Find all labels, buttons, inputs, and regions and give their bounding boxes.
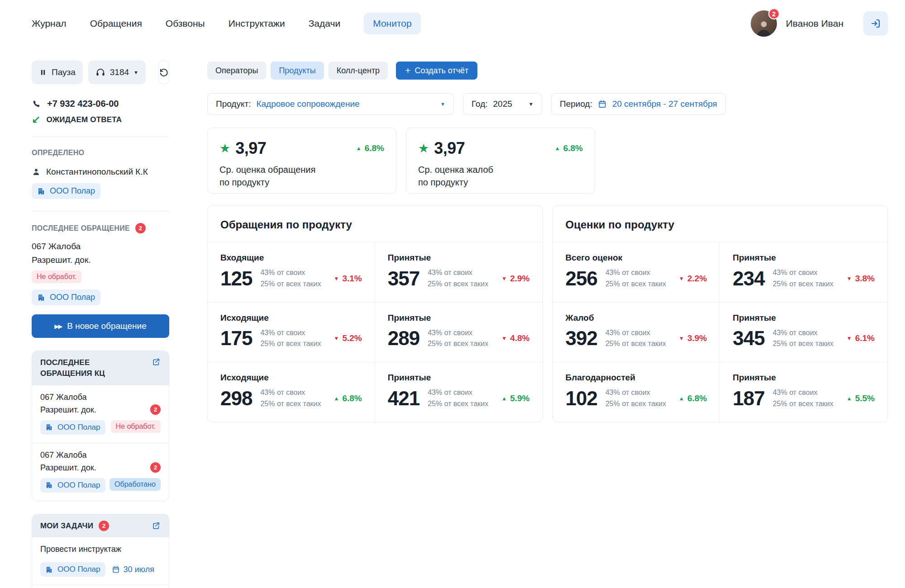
avg-complaint-score-card: ★ 3,97 6.8% Ср. оценка жалоб по продукту <box>406 128 595 194</box>
period-filter-value: 20 сентября - 27 сентября <box>612 99 717 109</box>
metric-trend: 2.9% <box>498 274 529 284</box>
metric-trend: 3.8% <box>843 274 875 284</box>
line-select[interactable]: 3184 ▼ <box>88 61 146 84</box>
building-icon <box>45 423 53 431</box>
building-icon <box>37 294 45 302</box>
nav-item-tasks[interactable]: Задачи <box>309 13 341 34</box>
nav-item-journal[interactable]: Журнал <box>32 13 67 34</box>
metric-accepted: Принятые 345 43% от своих 25% от всех та… <box>720 302 887 362</box>
report-tabs: Операторы Продукты Колл-центр + Создать … <box>207 62 888 80</box>
my-tasks-card: МОИ ЗАДАЧИ 2 Провести инструктаж ООО Пол… <box>32 514 169 588</box>
trend-arrow-icon <box>847 275 852 282</box>
count-badge: 2 <box>99 521 109 531</box>
nav-item-calls[interactable]: Обзвоны <box>166 13 205 34</box>
caret-down-icon: ▼ <box>440 102 445 107</box>
trend-arrow-icon <box>555 145 560 152</box>
kc-request-item[interactable]: 067 Жалоба Разрешит. док. ООО Полар 2 Об… <box>32 443 169 501</box>
company-link[interactable]: ООО Полар <box>40 562 105 577</box>
company-name: ООО Полар <box>57 481 100 490</box>
my-tasks-header: МОИ ЗАДАЧИ 2 <box>32 514 169 538</box>
trend-arrow-icon <box>334 395 339 402</box>
caller-phone-row: +7 932 423-06-00 <box>32 99 169 109</box>
create-report-button[interactable]: + Создать отчёт <box>396 62 477 80</box>
divider <box>32 137 169 137</box>
nav-item-monitor[interactable]: Монитор <box>364 13 420 34</box>
nav-item-briefings[interactable]: Инструктажи <box>229 13 285 34</box>
person-icon <box>32 167 41 176</box>
metric-shares: 43% от своих 25% от всех таких <box>605 387 666 410</box>
history-icon <box>159 67 169 77</box>
task-item[interactable]: Провести инструктаж ООО Полар 30 июля <box>32 585 169 588</box>
user-name[interactable]: Иванов Иван <box>786 18 843 29</box>
metric-value: 187 <box>733 389 764 408</box>
year-filter-value: 2025 <box>493 99 512 109</box>
logout-icon <box>870 18 881 29</box>
tab-operators[interactable]: Операторы <box>207 62 266 80</box>
tab-products[interactable]: Продукты <box>271 62 324 80</box>
kc-requests-title: ПОСЛЕДНЕЕ ОБРАЩЕНИЯ КЦ <box>40 357 105 379</box>
open-my-tasks-button[interactable] <box>152 521 161 530</box>
calendar-icon <box>112 565 120 574</box>
caret-down-icon: ▼ <box>529 102 533 107</box>
plus-icon: + <box>405 66 410 75</box>
period-filter[interactable]: Период: 20 сентября - 27 сентября <box>551 93 726 115</box>
open-kc-requests-button[interactable] <box>152 357 161 366</box>
count-badge: 2 <box>150 462 161 473</box>
company-name: ООО Полар <box>57 423 100 432</box>
pause-button[interactable]: Пауза <box>32 61 83 84</box>
fast-forward-icon: ▶▶ <box>54 323 62 329</box>
metric-value: 102 <box>566 389 597 408</box>
product-filter-label: Продукт: <box>216 99 251 109</box>
period-filter-label: Период: <box>560 99 592 109</box>
product-filter[interactable]: Продукт: Кадровое сопровождение ▼ <box>207 93 454 115</box>
metric-shares: 43% от своих 25% от всех таких <box>605 267 666 290</box>
company-link[interactable]: ООО Полар <box>32 183 100 199</box>
line-number: 3184 <box>110 67 129 77</box>
company-link[interactable]: ООО Полар <box>32 289 100 305</box>
score-label: Ср. оценка жалоб по продукту <box>418 163 583 189</box>
call-history-button[interactable] <box>158 61 169 84</box>
task-due-date[interactable]: 30 июля <box>112 565 154 574</box>
last-request-header: ПОСЛЕДНЕЕ ОБРАЩЕНИЕ 2 <box>32 223 169 233</box>
metric-trend: 5.2% <box>330 333 362 343</box>
monitor-content: Операторы Продукты Колл-центр + Создать … <box>207 47 888 422</box>
tab-call-center[interactable]: Колл-центр <box>329 62 388 80</box>
metric-accepted: Принятые 289 43% от своих 25% от всех та… <box>375 302 543 362</box>
year-filter[interactable]: Год: 2025 ▼ <box>463 93 542 115</box>
status-badge: Не обработ. <box>32 270 81 283</box>
score-cards-row: ★ 3,97 6.8% Ср. оценка обращения по прод… <box>207 128 888 194</box>
user-area: 2 Иванов Иван <box>751 10 888 37</box>
new-request-button[interactable]: ▶▶ В новое обращение <box>32 314 169 338</box>
company-link[interactable]: ООО Полар <box>40 420 105 435</box>
calendar-icon <box>598 100 607 109</box>
metric-trend: 6.8% <box>675 394 707 403</box>
count-badge: 2 <box>135 223 146 233</box>
requests-by-product-card: Обращения по продукту Входящие 125 43% о… <box>207 205 543 422</box>
kc-requests-header: ПОСЛЕДНЕЕ ОБРАЩЕНИЯ КЦ <box>32 351 169 385</box>
task-title: Провести инструктаж <box>40 545 161 554</box>
company-link[interactable]: ООО Полар <box>40 478 105 493</box>
metric-shares: 43% от своих 25% от всех таких <box>428 387 488 410</box>
incoming-call-icon: ↙ <box>32 114 40 125</box>
caller-phone: +7 932 423-06-00 <box>47 99 119 109</box>
status-badge: Обработано <box>110 478 161 491</box>
create-report-label: Создать отчёт <box>414 66 468 76</box>
star-icon: ★ <box>418 142 429 155</box>
avg-request-score-card: ★ 3,97 6.8% Ср. оценка обращения по прод… <box>207 128 396 194</box>
company-name: ООО Полар <box>50 293 95 302</box>
metric-value: 289 <box>388 328 419 348</box>
logout-button[interactable] <box>863 11 888 36</box>
score-value: 3,97 <box>235 139 266 158</box>
task-item[interactable]: Провести инструктаж ООО Полар 30 июля <box>32 537 169 585</box>
metric-accepted: Принятые 187 43% от своих 25% от всех та… <box>720 362 887 422</box>
metric-shares: 43% от своих 25% от всех таких <box>428 267 488 290</box>
avatar[interactable]: 2 <box>751 10 777 37</box>
caret-down-icon: ▼ <box>133 70 138 75</box>
nav-item-requests[interactable]: Обращения <box>90 13 142 34</box>
building-icon <box>37 187 45 195</box>
call-status: ОЖИДАЕМ ОТВЕТА <box>46 115 122 124</box>
metric-shares: 43% от своих 25% от всех таких <box>773 327 834 350</box>
company-name: ООО Полар <box>57 565 100 574</box>
kc-request-item[interactable]: 067 Жалоба Разрешит. док. ООО Полар 2 Не… <box>32 385 169 443</box>
score-trend: 6.8% <box>555 143 583 153</box>
